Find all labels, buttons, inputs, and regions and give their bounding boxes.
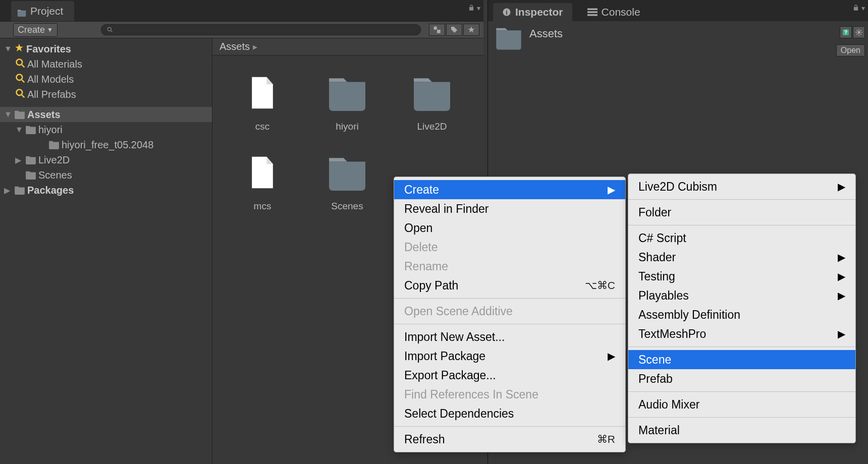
search-icon (15, 58, 25, 71)
chevron-down-icon: ▼ (4, 110, 12, 119)
search-input[interactable] (101, 24, 421, 35)
open-button[interactable]: Open (836, 44, 865, 56)
favorite-all-models[interactable]: All Models (0, 72, 212, 87)
menu-item[interactable]: Open (394, 218, 625, 238)
file-icon (240, 150, 285, 195)
menu-item-label: Open Scene Additive (404, 305, 513, 318)
menu-item[interactable]: Live2D Cubism▶ (628, 177, 855, 196)
menu-item-label: Reveal in Finder (404, 202, 489, 216)
favorite-button[interactable] (463, 24, 479, 36)
chevron-right-icon: ▶ (608, 350, 615, 362)
live2d-folder[interactable]: ▶ Live2D (0, 152, 212, 167)
menu-separator (628, 417, 855, 418)
menu-item-label: Testing (638, 270, 675, 283)
svg-line-9 (22, 95, 24, 97)
menu-item[interactable]: Reveal in Finder (394, 199, 625, 218)
menu-item[interactable]: Import New Asset... (394, 327, 625, 346)
asset-item[interactable]: mcs (233, 150, 292, 212)
chevron-right-icon: ▸ (253, 41, 257, 52)
search-icon (15, 88, 25, 101)
menu-item-label: Assembly Definition (638, 308, 740, 322)
create-dropdown[interactable]: Create ▼ (13, 23, 58, 37)
asset-item[interactable]: Live2D (402, 71, 462, 132)
folder-icon (17, 7, 26, 15)
project-sidebar: ▼ Favorites All Materials All Models All… (0, 38, 212, 464)
menu-item[interactable]: Testing▶ (628, 267, 855, 286)
menu-item[interactable]: Playables▶ (628, 286, 855, 305)
svg-line-7 (22, 80, 24, 82)
menu-item[interactable]: Prefab (628, 369, 855, 388)
gear-icon (855, 28, 863, 36)
menu-item: Delete (394, 238, 625, 257)
create-submenu: Live2D Cubism▶FolderC# ScriptShader▶Test… (628, 173, 856, 443)
filter-by-type-button[interactable] (429, 24, 445, 36)
tag-icon (450, 26, 458, 34)
inspector-tab[interactable]: i Inspector (493, 3, 572, 21)
menu-item[interactable]: Assembly Definition (628, 305, 855, 324)
menu-item[interactable]: TextMeshPro▶ (628, 324, 855, 343)
help-button[interactable]: ? (840, 26, 852, 38)
panel-lock[interactable]: ▾ (468, 4, 480, 12)
project-tab[interactable]: Project (11, 1, 74, 21)
info-icon: i (502, 8, 511, 17)
menu-item[interactable]: Shader▶ (628, 248, 855, 267)
menu-item[interactable]: Import Package▶ (394, 346, 625, 366)
asset-item[interactable]: csc (233, 71, 292, 132)
menu-item[interactable]: Select Dependencies (394, 404, 625, 423)
menu-item[interactable]: C# Script (628, 228, 855, 248)
scenes-folder[interactable]: Scenes (0, 167, 212, 183)
menu-separator (628, 346, 855, 347)
panel-menu-icon: ▾ (477, 4, 480, 12)
inspector-tab-label: Inspector (515, 6, 563, 18)
menu-item[interactable]: Export Package... (394, 366, 625, 385)
menu-item[interactable]: Folder (628, 203, 855, 222)
svg-point-4 (17, 59, 23, 65)
menu-item[interactable]: Scene (628, 350, 855, 369)
hiyori-folder[interactable]: ▼ hiyori (0, 122, 212, 137)
menu-item-label: Live2D Cubism (638, 180, 717, 194)
menu-item[interactable]: Create▶ (394, 180, 625, 199)
asset-item[interactable]: Scenes (317, 150, 377, 212)
search-icon (15, 73, 25, 86)
menu-item-label: Prefab (638, 372, 673, 386)
folder-icon (325, 150, 369, 195)
menu-item-label: Audio Mixer (638, 398, 699, 412)
hiyori-free-folder[interactable]: hiyori_free_t05.2048 (0, 137, 212, 152)
asset-name: csc (255, 121, 270, 132)
filter-by-label-button[interactable] (446, 24, 462, 36)
packages-folder[interactable]: ▶ Packages (0, 183, 212, 198)
menu-item[interactable]: Refresh⌘R (394, 430, 625, 449)
inspector-panel-lock[interactable]: ▾ (852, 4, 865, 12)
favorite-all-materials[interactable]: All Materials (0, 56, 212, 72)
folder-icon (25, 125, 36, 134)
file-icon (240, 71, 285, 115)
chevron-right-icon: ▶ (838, 289, 845, 302)
shapes-icon (433, 26, 441, 34)
menu-item[interactable]: Material (628, 421, 855, 440)
dropdown-icon: ▼ (47, 26, 53, 33)
menu-item-label: Material (638, 424, 680, 437)
menu-item[interactable]: Copy Path⌥⌘C (394, 276, 625, 295)
svg-point-17 (857, 31, 860, 33)
svg-line-25 (860, 30, 861, 31)
svg-line-1 (111, 31, 113, 32)
settings-button[interactable] (853, 26, 865, 38)
chevron-right-icon: ▶ (4, 186, 12, 195)
chevron-right-icon: ▶ (838, 181, 845, 193)
chevron-right-icon: ▶ (15, 155, 23, 165)
favorites-header[interactable]: ▼ Favorites (0, 41, 212, 56)
assets-folder[interactable]: ▼ Assets (0, 107, 212, 122)
favorite-all-prefabs[interactable]: All Prefabs (0, 87, 212, 102)
svg-rect-13 (587, 11, 598, 13)
svg-point-0 (107, 27, 111, 31)
context-menu: Create▶Reveal in FinderOpenDeleteRenameC… (394, 177, 626, 452)
asset-item[interactable]: hiyori (317, 71, 377, 132)
menu-item[interactable]: Audio Mixer (628, 395, 855, 414)
menu-item: Rename (394, 257, 625, 276)
star-icon (467, 26, 475, 34)
svg-point-8 (17, 89, 23, 95)
svg-point-2 (433, 26, 437, 30)
breadcrumb[interactable]: Assets ▸ (212, 38, 483, 55)
menu-separator (628, 391, 855, 392)
console-tab[interactable]: Console (578, 3, 649, 21)
